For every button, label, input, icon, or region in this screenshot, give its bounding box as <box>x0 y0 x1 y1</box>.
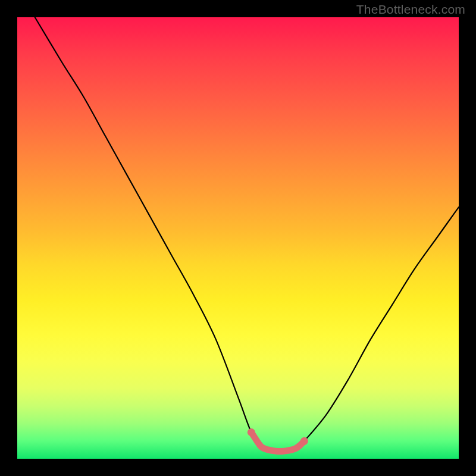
optimal-range-band <box>251 432 304 451</box>
optimal-range-dot-right <box>300 437 308 445</box>
optimal-range-dot-left <box>248 428 255 436</box>
bottleneck-curve <box>35 17 459 450</box>
chart-frame: TheBottleneck.com <box>0 0 476 476</box>
chart-overlay <box>17 17 459 459</box>
watermark-text: TheBottleneck.com <box>356 2 465 17</box>
